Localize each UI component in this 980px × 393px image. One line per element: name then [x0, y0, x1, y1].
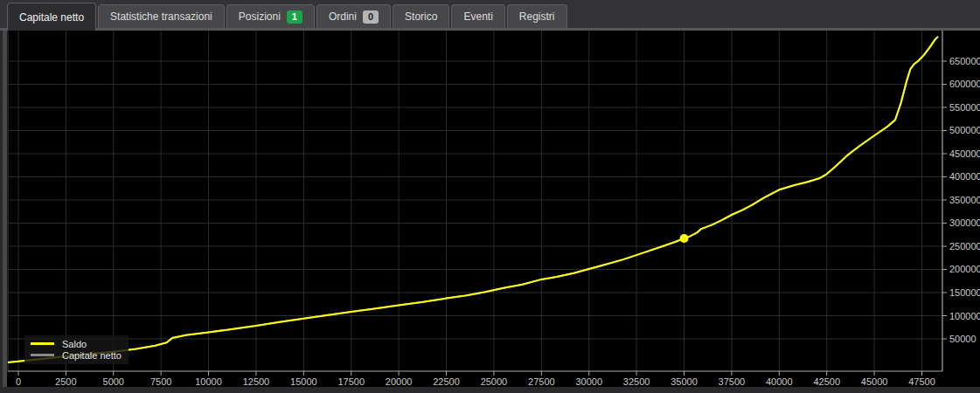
panel-top-border: [0, 28, 980, 31]
legend-label: Saldo: [62, 339, 87, 349]
x-tick-label: 7500: [150, 376, 171, 387]
tab-label: Capitale netto: [19, 11, 84, 24]
legend-label: Capitale netto: [62, 350, 122, 361]
chart-svg: 0250050007500100001250015000175002000022…: [0, 0, 980, 393]
backtest-results-window: Capitale nettoStatistiche transazioniPos…: [0, 0, 980, 393]
x-tick-label: 42500: [813, 376, 840, 387]
x-tick-label: 30000: [575, 376, 602, 387]
chart-legend: SaldoCapitale netto: [24, 335, 129, 364]
legend-item-capitale-netto[interactable]: Capitale netto: [31, 349, 122, 361]
x-tick-label: 32500: [623, 376, 650, 387]
x-tick-label: 35000: [671, 376, 698, 387]
current-point-marker: [680, 234, 689, 243]
legend-item-saldo[interactable]: Saldo: [31, 338, 122, 349]
y-tick-label: 600000: [949, 79, 980, 89]
x-tick-label: 22500: [433, 376, 460, 387]
y-tick-label: 450000: [949, 148, 980, 159]
x-tick-label: 25000: [481, 376, 508, 387]
tab-capitale-netto[interactable]: Capitale netto: [7, 3, 96, 31]
saldo-line: [8, 37, 938, 362]
series-layer: [8, 37, 938, 362]
x-tick-label: 12500: [243, 376, 270, 387]
x-tick-label: 0: [16, 376, 21, 387]
y-tick-label: 350000: [949, 195, 980, 205]
legend-line-swatch: [31, 342, 54, 345]
x-tick-label: 20000: [386, 376, 413, 387]
y-tick-label: 100000: [949, 311, 980, 321]
x-tick-label: 47500: [908, 376, 935, 387]
x-tick-label: 40000: [766, 376, 793, 387]
x-tick-label: 27500: [528, 376, 555, 387]
y-tick-label: 200000: [949, 264, 980, 274]
legend-line-swatch: [31, 354, 54, 356]
y-tick-label: 650000: [949, 56, 980, 66]
y-tick-label: 400000: [949, 171, 980, 182]
x-tick-label: 15000: [290, 376, 317, 387]
y-tick-label: 500000: [949, 125, 980, 135]
grid-layer: [8, 31, 942, 371]
x-tick-label: 45000: [861, 376, 888, 387]
capitale-netto-line: [8, 37, 938, 362]
y-tick-label: 150000: [949, 287, 980, 298]
x-tick-label: 5000: [103, 376, 124, 387]
y-tick-label: 550000: [949, 102, 980, 113]
y-tick-label: 250000: [949, 241, 980, 252]
x-tick-label: 17500: [337, 376, 365, 387]
x-tick-label: 10000: [195, 376, 222, 387]
x-tick-label: 2500: [55, 376, 76, 387]
y-tick-label: 50000: [949, 334, 977, 344]
x-tick-label: 37500: [719, 376, 746, 387]
y-tick-label: 300000: [949, 217, 980, 228]
